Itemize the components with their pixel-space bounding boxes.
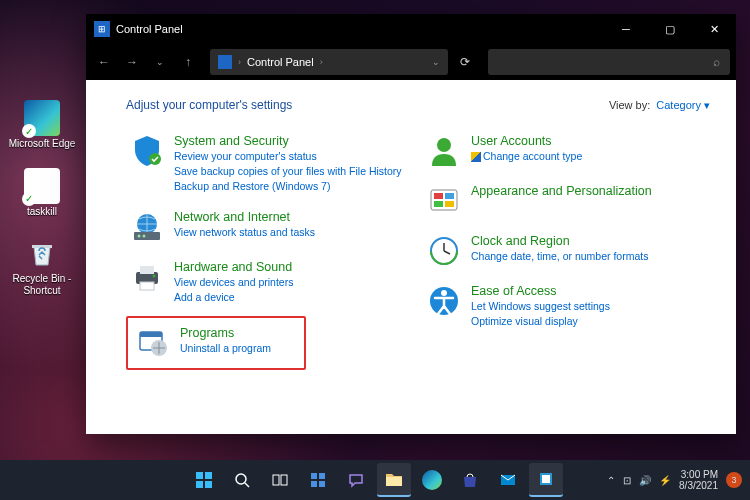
shortcut-badge-icon: ✓ bbox=[22, 124, 36, 138]
snipping-tool-button[interactable] bbox=[529, 463, 563, 497]
printer-icon bbox=[130, 260, 164, 294]
programs-icon bbox=[136, 326, 170, 360]
category-link[interactable]: Programs bbox=[180, 326, 271, 340]
system-tray: ⌃ ⊡ 🔊 ⚡ 3:00 PM 8/3/2021 3 bbox=[607, 469, 742, 491]
category-user-accounts: User Accounts Change account type bbox=[423, 130, 710, 172]
forward-button[interactable]: → bbox=[120, 49, 144, 75]
notifications-badge[interactable]: 3 bbox=[726, 472, 742, 488]
sub-link[interactable]: Save backup copies of your files with Fi… bbox=[174, 164, 402, 178]
page-heading: Adjust your computer's settings bbox=[126, 98, 292, 112]
desktop-icon-label: taskkill bbox=[27, 206, 57, 218]
edge-taskbar-button[interactable] bbox=[415, 463, 449, 497]
chevron-right-icon: › bbox=[320, 57, 323, 67]
svg-rect-17 bbox=[445, 201, 454, 207]
svg-rect-36 bbox=[542, 475, 550, 483]
chevron-right-icon: › bbox=[238, 57, 241, 67]
start-button[interactable] bbox=[187, 463, 221, 497]
svg-rect-29 bbox=[311, 473, 317, 479]
titlebar[interactable]: ⊞ Control Panel ─ ▢ ✕ bbox=[86, 14, 736, 44]
file-explorer-button[interactable] bbox=[377, 463, 411, 497]
back-button[interactable]: ← bbox=[92, 49, 116, 75]
store-button[interactable] bbox=[453, 463, 487, 497]
category-link[interactable]: Hardware and Sound bbox=[174, 260, 293, 274]
svg-point-26 bbox=[236, 474, 246, 484]
svg-point-21 bbox=[441, 290, 447, 296]
svg-point-12 bbox=[437, 138, 451, 152]
task-view-button[interactable] bbox=[263, 463, 297, 497]
refresh-button[interactable]: ⟳ bbox=[452, 49, 478, 75]
svg-rect-6 bbox=[140, 266, 154, 274]
mail-button[interactable] bbox=[491, 463, 525, 497]
sub-link[interactable]: Change date, time, or number formats bbox=[471, 249, 648, 263]
maximize-button[interactable]: ▢ bbox=[648, 14, 692, 44]
svg-rect-23 bbox=[205, 472, 212, 479]
category-link[interactable]: Appearance and Personalization bbox=[471, 184, 652, 198]
svg-rect-25 bbox=[205, 481, 212, 488]
volume-icon[interactable]: 🔊 bbox=[639, 475, 651, 486]
sub-link[interactable]: Let Windows suggest settings bbox=[471, 299, 610, 313]
category-programs-highlighted: Programs Uninstall a program bbox=[126, 316, 306, 370]
sub-link[interactable]: View devices and printers bbox=[174, 275, 293, 289]
widgets-button[interactable] bbox=[301, 463, 335, 497]
svg-rect-28 bbox=[281, 475, 287, 485]
desktop-icons: ✓ Microsoft Edge ✓ taskkill Recycle Bin … bbox=[4, 100, 80, 296]
time: 3:00 PM bbox=[679, 469, 718, 480]
clock-icon bbox=[427, 234, 461, 268]
address-bar[interactable]: › Control Panel › ⌄ bbox=[210, 49, 448, 75]
tray-chevron-icon[interactable]: ⌃ bbox=[607, 475, 615, 486]
search-icon: ⌕ bbox=[713, 55, 720, 69]
sub-link[interactable]: Optimize visual display bbox=[471, 314, 610, 328]
desktop-icon-edge[interactable]: ✓ Microsoft Edge bbox=[4, 100, 80, 150]
chevron-down-icon[interactable]: ⌄ bbox=[432, 57, 440, 67]
clock[interactable]: 3:00 PM 8/3/2021 bbox=[679, 469, 718, 491]
recent-locations-button[interactable]: ⌄ bbox=[148, 49, 172, 75]
minimize-button[interactable]: ─ bbox=[604, 14, 648, 44]
category-link[interactable]: User Accounts bbox=[471, 134, 582, 148]
control-panel-icon bbox=[218, 55, 232, 69]
svg-rect-16 bbox=[434, 201, 443, 207]
content-area: Adjust your computer's settings View by:… bbox=[86, 80, 736, 434]
taskbar: ⌃ ⊡ 🔊 ⚡ 3:00 PM 8/3/2021 3 bbox=[0, 460, 750, 500]
sub-link[interactable]: Backup and Restore (Windows 7) bbox=[174, 179, 402, 193]
category-link[interactable]: Clock and Region bbox=[471, 234, 648, 248]
svg-rect-15 bbox=[445, 193, 454, 199]
battery-icon[interactable]: ⚡ bbox=[659, 475, 671, 486]
view-by-dropdown[interactable]: Category ▾ bbox=[656, 99, 710, 112]
sub-link[interactable]: Add a device bbox=[174, 290, 293, 304]
uac-shield-icon bbox=[471, 152, 481, 162]
view-by: View by: Category ▾ bbox=[609, 99, 710, 112]
desktop-icon-label: Recycle Bin - Shortcut bbox=[4, 273, 80, 296]
right-column: User Accounts Change account type Appear… bbox=[423, 130, 710, 370]
window-title: Control Panel bbox=[116, 23, 183, 35]
sub-link[interactable]: Review your computer's status bbox=[174, 149, 402, 163]
svg-rect-30 bbox=[319, 473, 325, 479]
globe-icon bbox=[130, 210, 164, 244]
svg-rect-31 bbox=[311, 481, 317, 487]
category-link[interactable]: Ease of Access bbox=[471, 284, 610, 298]
chat-button[interactable] bbox=[339, 463, 373, 497]
control-panel-icon: ⊞ bbox=[94, 21, 110, 37]
svg-rect-7 bbox=[140, 282, 154, 290]
appearance-icon bbox=[427, 184, 461, 218]
category-hardware: Hardware and Sound View devices and prin… bbox=[126, 256, 413, 308]
up-button[interactable]: ↑ bbox=[176, 49, 200, 75]
edge-icon: ✓ bbox=[24, 100, 60, 136]
search-button[interactable] bbox=[225, 463, 259, 497]
network-icon[interactable]: ⊡ bbox=[623, 475, 631, 486]
document-icon: ✓ bbox=[24, 168, 60, 204]
desktop-icon-taskkill[interactable]: ✓ taskkill bbox=[4, 168, 80, 218]
sub-link[interactable]: Uninstall a program bbox=[180, 341, 271, 355]
svg-point-8 bbox=[153, 274, 156, 277]
category-system-security: System and Security Review your computer… bbox=[126, 130, 413, 198]
category-link[interactable]: Network and Internet bbox=[174, 210, 315, 224]
breadcrumb-item[interactable]: Control Panel bbox=[247, 56, 314, 68]
category-clock-region: Clock and Region Change date, time, or n… bbox=[423, 230, 710, 272]
sub-link[interactable]: View network status and tasks bbox=[174, 225, 315, 239]
close-button[interactable]: ✕ bbox=[692, 14, 736, 44]
desktop-icon-recycle[interactable]: Recycle Bin - Shortcut bbox=[4, 235, 80, 296]
view-by-label: View by: bbox=[609, 99, 650, 111]
category-link[interactable]: System and Security bbox=[174, 134, 402, 148]
taskbar-center bbox=[187, 463, 563, 497]
search-input[interactable]: ⌕ bbox=[488, 49, 730, 75]
sub-link[interactable]: Change account type bbox=[471, 149, 582, 163]
